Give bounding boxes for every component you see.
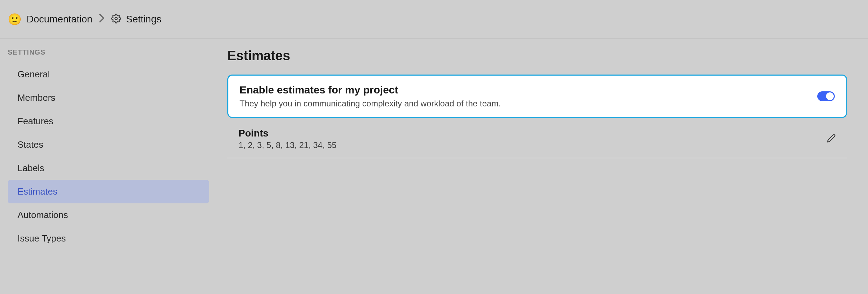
- breadcrumb-settings-label: Settings: [126, 14, 161, 25]
- main-content: Estimates Enable estimates for my projec…: [217, 48, 868, 250]
- chevron-right-icon: [99, 13, 105, 25]
- sidebar-item-labels[interactable]: Labels: [8, 156, 209, 180]
- sidebar-heading: SETTINGS: [8, 48, 209, 63]
- project-emoji-icon: 🙂: [8, 14, 22, 25]
- sidebar-item-estimates[interactable]: Estimates: [8, 180, 209, 203]
- points-text: Points 1, 2, 3, 5, 8, 13, 21, 34, 55: [239, 128, 827, 150]
- sidebar-item-features[interactable]: Features: [8, 110, 209, 133]
- sidebar-item-issue-types[interactable]: Issue Types: [8, 227, 209, 250]
- enable-estimates-title: Enable estimates for my project: [240, 84, 817, 96]
- content-wrapper: SETTINGS General Members Features States…: [0, 38, 868, 250]
- breadcrumb-header: 🙂 Documentation Settings: [0, 0, 868, 38]
- settings-sidebar: SETTINGS General Members Features States…: [0, 48, 217, 250]
- breadcrumb-project-label: Documentation: [27, 14, 92, 25]
- enable-estimates-toggle[interactable]: [817, 91, 835, 101]
- enable-estimates-subtitle: They help you in communicating complexit…: [240, 99, 817, 108]
- enable-estimates-text: Enable estimates for my project They hel…: [240, 84, 817, 108]
- sidebar-item-general[interactable]: General: [8, 63, 209, 86]
- sidebar-item-automations[interactable]: Automations: [8, 203, 209, 227]
- points-values: 1, 2, 3, 5, 8, 13, 21, 34, 55: [239, 140, 827, 150]
- breadcrumb-settings[interactable]: Settings: [111, 14, 161, 25]
- points-row: Points 1, 2, 3, 5, 8, 13, 21, 34, 55: [227, 118, 847, 158]
- gear-icon: [111, 14, 121, 25]
- edit-icon[interactable]: [827, 134, 836, 144]
- svg-point-0: [115, 17, 118, 20]
- sidebar-item-states[interactable]: States: [8, 133, 209, 156]
- breadcrumb-project[interactable]: 🙂 Documentation: [8, 14, 92, 25]
- enable-estimates-card: Enable estimates for my project They hel…: [227, 75, 847, 118]
- points-title: Points: [239, 128, 827, 139]
- sidebar-item-members[interactable]: Members: [8, 86, 209, 110]
- page-title: Estimates: [227, 48, 847, 63]
